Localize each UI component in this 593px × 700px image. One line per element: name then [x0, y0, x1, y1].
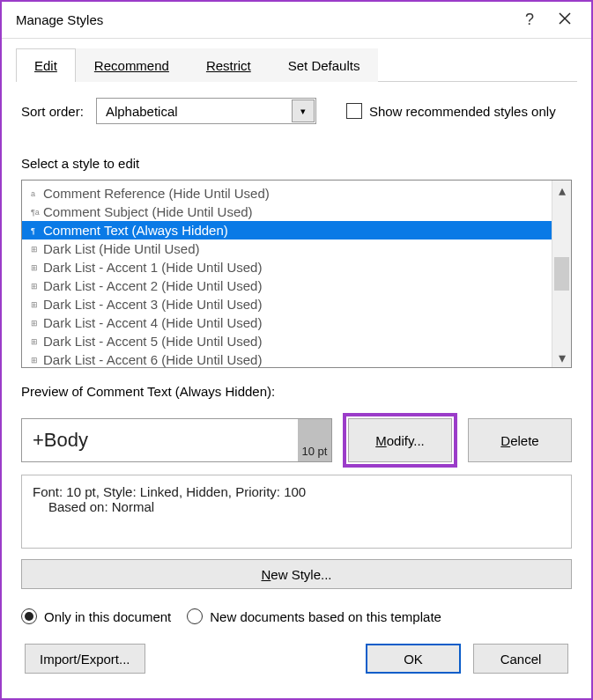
- close-button[interactable]: [547, 12, 582, 28]
- select-style-label: Select a style to edit: [21, 156, 572, 171]
- style-list-label: Comment Reference (Hide Until Used): [43, 186, 270, 201]
- style-list-label: Comment Text (Always Hidden): [43, 223, 228, 238]
- style-description: Font: 10 pt, Style: Linked, Hidden, Prio…: [21, 475, 572, 549]
- only-this-document-radio[interactable]: Only in this document: [21, 608, 171, 624]
- style-list-label: Dark List - Accent 6 (Hide Until Used): [43, 352, 262, 367]
- style-list-item[interactable]: ⊞Dark List - Accent 4 (Hide Until Used): [22, 313, 552, 332]
- cancel-button[interactable]: Cancel: [473, 644, 568, 674]
- sort-order-value: Alphabetical: [97, 104, 291, 119]
- scroll-thumb[interactable]: [554, 257, 569, 291]
- tab-recommend[interactable]: Recommend: [76, 48, 188, 82]
- tab-edit[interactable]: Edit: [16, 48, 76, 82]
- style-list-item[interactable]: ⊞Dark List - Accent 5 (Hide Until Used): [22, 332, 552, 350]
- new-documents-radio[interactable]: New documents based on this template: [187, 608, 441, 624]
- style-list-item[interactable]: ⊞Dark List (Hide Until Used): [22, 239, 552, 258]
- tab-restrict[interactable]: Restrict: [188, 48, 270, 82]
- description-line-1: Font: 10 pt, Style: Linked, Hidden, Prio…: [33, 484, 560, 499]
- scope-radio-group: Only in this document New documents base…: [21, 608, 572, 624]
- sort-order-dropdown[interactable]: Alphabetical ▾: [96, 98, 316, 124]
- description-line-2: Based on: Normal: [33, 499, 560, 514]
- show-recommended-label: Show recommended styles only: [369, 104, 556, 119]
- style-list-item[interactable]: ⊞Dark List - Accent 6 (Hide Until Used): [22, 350, 552, 367]
- window-title: Manage Styles: [16, 12, 512, 27]
- style-list-item[interactable]: ¶Comment Text (Always Hidden): [22, 221, 552, 239]
- style-list-item[interactable]: ⊞Dark List - Accent 2 (Hide Until Used): [22, 276, 552, 295]
- checkbox-box: [346, 103, 362, 119]
- import-export-button[interactable]: Import/Export...: [25, 644, 145, 674]
- preview-sample: +Body: [22, 419, 298, 461]
- scroll-down-icon[interactable]: ▾: [552, 348, 571, 367]
- sort-order-label: Sort order:: [21, 104, 84, 119]
- style-type-icon: ⊞: [31, 300, 43, 309]
- style-list-label: Comment Subject (Hide Until Used): [43, 204, 253, 219]
- style-list-label: Dark List - Accent 2 (Hide Until Used): [43, 278, 262, 293]
- dropdown-button[interactable]: ▾: [292, 99, 315, 122]
- tab-strip: Edit Recommend Restrict Set Defaults: [16, 48, 577, 82]
- style-list-label: Dark List - Accent 4 (Hide Until Used): [43, 315, 262, 330]
- style-list-item[interactable]: ¶aComment Subject (Hide Until Used): [22, 203, 552, 221]
- style-type-icon: ¶: [31, 226, 43, 235]
- style-list-item[interactable]: ⊞Dark List - Accent 3 (Hide Until Used): [22, 295, 552, 313]
- show-recommended-checkbox[interactable]: Show recommended styles only: [346, 103, 556, 119]
- scrollbar[interactable]: ▴ ▾: [552, 181, 571, 367]
- style-type-icon: a: [31, 189, 43, 198]
- chevron-down-icon: ▾: [300, 106, 306, 117]
- preview-label: Preview of Comment Text (Always Hidden):: [21, 384, 572, 399]
- manage-styles-dialog: Manage Styles ? Edit Recommend Restrict …: [0, 0, 593, 700]
- style-list-label: Dark List - Accent 1 (Hide Until Used): [43, 260, 262, 275]
- style-type-icon: ¶a: [31, 208, 43, 217]
- style-list-label: Dark List (Hide Until Used): [43, 241, 200, 256]
- style-type-icon: ⊞: [31, 245, 43, 254]
- style-list-item[interactable]: ⊞Dark List - Accent 1 (Hide Until Used): [22, 258, 552, 276]
- scroll-up-icon[interactable]: ▴: [552, 181, 571, 200]
- preview-box: +Body 10 pt: [21, 418, 332, 462]
- style-type-icon: ⊞: [31, 282, 43, 291]
- style-list-label: Dark List - Accent 5 (Hide Until Used): [43, 334, 262, 349]
- help-button[interactable]: ?: [512, 11, 547, 29]
- close-icon: [559, 12, 571, 25]
- titlebar: Manage Styles ?: [2, 2, 591, 39]
- tab-set-defaults[interactable]: Set Defaults: [270, 48, 379, 82]
- style-list-label: Dark List - Accent 3 (Hide Until Used): [43, 297, 262, 312]
- delete-button[interactable]: Delete: [468, 418, 572, 462]
- preview-size: 10 pt: [298, 419, 331, 461]
- ok-button[interactable]: OK: [366, 644, 461, 674]
- style-list-item[interactable]: aComment Reference (Hide Until Used): [22, 184, 552, 203]
- style-type-icon: ⊞: [31, 319, 43, 328]
- style-type-icon: ⊞: [31, 263, 43, 272]
- style-type-icon: ⊞: [31, 337, 43, 346]
- new-style-button[interactable]: New Style...: [21, 559, 572, 589]
- style-listbox[interactable]: aComment Reference (Hide Until Used)¶aCo…: [21, 180, 572, 368]
- style-type-icon: ⊞: [31, 356, 43, 365]
- modify-button[interactable]: Modify...: [348, 418, 452, 462]
